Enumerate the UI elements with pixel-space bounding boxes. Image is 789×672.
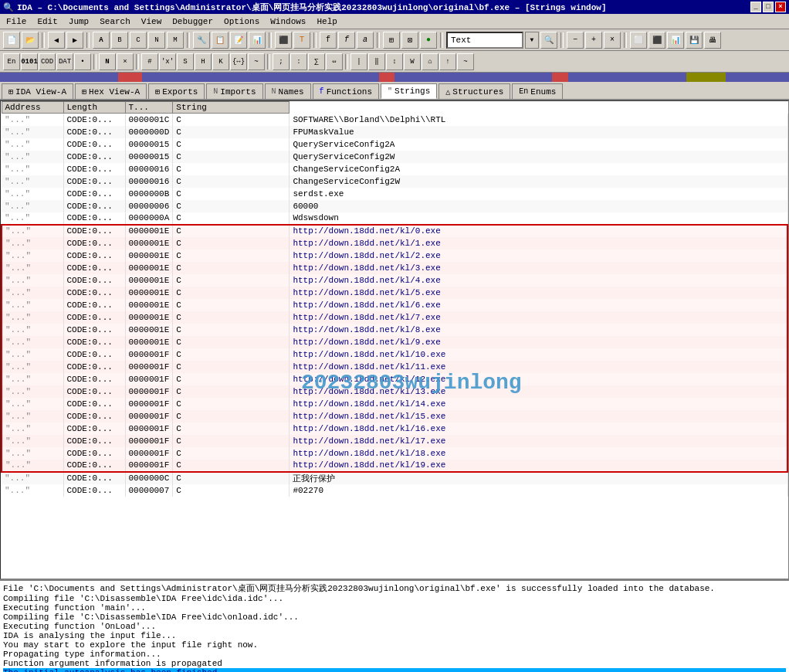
menu-debugger[interactable]: Debugger — [168, 15, 218, 28]
tb-btn-b[interactable]: B — [111, 32, 128, 49]
menu-help[interactable]: Help — [312, 15, 341, 28]
col-header-type[interactable]: T... — [125, 102, 173, 114]
tb-btn-p[interactable]: ⊠ — [401, 32, 418, 49]
table-row[interactable]: "..."CODE:0...0000001FChttp://down.18dd.… — [2, 398, 787, 410]
table-row[interactable]: "..."CODE:0...0000000CC正我行保护 — [2, 472, 787, 484]
tb-btn-r1[interactable]: ⬜ — [630, 32, 647, 49]
open-button[interactable]: 📂 — [22, 32, 39, 49]
minimize-button[interactable]: _ — [750, 2, 761, 12]
table-row[interactable]: "..."CODE:0...00000007C#02270 — [2, 484, 787, 497]
tb2-btn-g[interactable]: × — [117, 53, 134, 70]
tb-btn-c[interactable]: C — [130, 32, 147, 49]
tb-btn-q[interactable]: ● — [420, 32, 437, 49]
table-row[interactable]: "..."CODE:0...0000001EChttp://down.18dd.… — [2, 249, 787, 262]
table-row[interactable]: "..."CODE:0...00000016CChangeServiceConf… — [2, 163, 787, 175]
tab-exports[interactable]: ⊞ Exports — [148, 83, 205, 99]
tb2-btn-e[interactable]: • — [74, 53, 91, 70]
table-row[interactable]: "..."CODE:0...0000000BCserdst.exe — [2, 188, 787, 200]
tb-btn-a[interactable]: A — [93, 32, 110, 49]
tb-btn-e[interactable]: M — [167, 32, 184, 49]
tb2-btn-l[interactable]: K — [212, 53, 229, 70]
table-row[interactable]: "..."CODE:0...0000001FChttp://down.18dd.… — [2, 410, 787, 423]
tb-btn-k[interactable]: T — [293, 32, 310, 49]
table-row[interactable]: "..."CODE:0...0000001FChttp://down.18dd.… — [2, 447, 787, 460]
col-header-addr[interactable]: Address — [2, 102, 63, 114]
tb2-btn-y[interactable]: ~ — [457, 53, 474, 70]
tb-btn-j[interactable]: ⬛ — [275, 32, 292, 49]
table-row[interactable]: "..."CODE:0...0000001EChttp://down.18dd.… — [2, 237, 787, 249]
table-row[interactable]: "..."CODE:0...0000001EChttp://down.18dd.… — [2, 324, 787, 336]
tb2-btn-v[interactable]: W — [404, 53, 421, 70]
col-header-len[interactable]: Length — [63, 102, 125, 114]
search-type-dropdown[interactable]: Text — [446, 32, 523, 49]
tb-btn-d[interactable]: N — [148, 32, 165, 49]
tb-btn-search[interactable]: 🔍 — [540, 32, 557, 49]
tb2-btn-m[interactable]: {↔} — [230, 53, 247, 70]
table-row[interactable]: "..."CODE:0...00000006C60000 — [2, 200, 787, 212]
forward-button[interactable]: ▶ — [66, 32, 83, 49]
tb2-btn-c[interactable]: COD — [39, 53, 56, 70]
table-row[interactable]: "..."CODE:0...0000001FChttp://down.18dd.… — [2, 460, 787, 472]
tab-imports[interactable]: N Imports — [206, 83, 262, 99]
table-row[interactable]: "..."CODE:0...0000001EChttp://down.18dd.… — [2, 262, 787, 274]
tb2-btn-d[interactable]: DAT — [56, 53, 73, 70]
tb-btn-m[interactable]: f — [338, 32, 355, 49]
table-row[interactable]: "..."CODE:0...0000001EChttp://down.18dd.… — [2, 299, 787, 311]
tab-hex-view[interactable]: ⊞ Hex View-A — [75, 83, 147, 99]
tb2-btn-o[interactable]: ; — [273, 53, 290, 70]
new-button[interactable]: 📄 — [3, 32, 20, 49]
table-row[interactable]: "..."CODE:0...00000015CQueryServiceConfi… — [2, 138, 787, 151]
table-row[interactable]: "..."CODE:0...00000015CQueryServiceConfi… — [2, 151, 787, 163]
table-row[interactable]: "..."CODE:0...0000001EChttp://down.18dd.… — [2, 225, 787, 237]
table-row[interactable]: "..."CODE:0...0000001EChttp://down.18dd.… — [2, 274, 787, 287]
menu-options[interactable]: Options — [219, 15, 264, 28]
tb-btn-r5[interactable]: 🖶 — [704, 32, 721, 49]
search-type-dropdown-arrow[interactable]: ▼ — [525, 32, 539, 49]
tb2-btn-f[interactable]: N — [99, 53, 116, 70]
tb2-btn-p[interactable]: : — [290, 53, 307, 70]
table-row[interactable]: "..."CODE:0...0000000ACWdswsdown — [2, 212, 787, 225]
tab-strings[interactable]: " Strings — [381, 83, 437, 99]
tb-btn-g[interactable]: 📋 — [212, 32, 229, 49]
back-button[interactable]: ◀ — [48, 32, 65, 49]
tb2-btn-i[interactable]: 'x' — [159, 53, 176, 70]
tb-btn-f[interactable]: 🔧 — [193, 32, 210, 49]
menu-windows[interactable]: Windows — [266, 15, 310, 28]
table-row[interactable]: "..."CODE:0...0000000DCFPUMaskValue — [2, 126, 787, 138]
table-row[interactable]: "..."CODE:0...0000001FChttp://down.18dd.… — [2, 361, 787, 373]
tb-btn-cross[interactable]: × — [604, 32, 621, 49]
table-row[interactable]: "..."CODE:0...0000001CCSOFTWARE\\Borland… — [2, 114, 787, 126]
tb2-btn-n[interactable]: ~ — [248, 53, 265, 70]
tb2-btn-s[interactable]: | — [350, 53, 367, 70]
menu-file[interactable]: File — [2, 15, 31, 28]
tb2-btn-q[interactable]: ∑ — [308, 53, 325, 70]
tb2-btn-t[interactable]: ‖ — [368, 53, 385, 70]
close-button[interactable]: × — [775, 2, 786, 12]
tb-btn-n[interactable]: a — [357, 32, 374, 49]
strings-table[interactable]: Address Length T... String "..."CODE:0..… — [0, 100, 789, 579]
tb2-btn-h[interactable]: # — [141, 53, 158, 70]
tb2-btn-a[interactable]: En — [3, 53, 20, 70]
tb2-btn-w[interactable]: ⌂ — [422, 53, 439, 70]
table-row[interactable]: "..."CODE:0...0000001EChttp://down.18dd.… — [2, 336, 787, 348]
tb2-btn-r[interactable]: ⇔ — [326, 53, 343, 70]
table-row[interactable]: "..."CODE:0...00000016CChangeServiceConf… — [2, 175, 787, 188]
tab-ida-view[interactable]: ⊞ IDA View-A — [2, 83, 73, 99]
tb-btn-r3[interactable]: 📊 — [667, 32, 684, 49]
tb2-btn-j[interactable]: S — [177, 53, 194, 70]
table-row[interactable]: "..."CODE:0...0000001EChttp://down.18dd.… — [2, 311, 787, 324]
maximize-button[interactable]: □ — [763, 2, 774, 12]
table-row[interactable]: "..."CODE:0...0000001EChttp://down.18dd.… — [2, 287, 787, 299]
table-row[interactable]: "..."CODE:0...0000001FChttp://down.18dd.… — [2, 348, 787, 361]
tb-btn-o[interactable]: ⊞ — [383, 32, 400, 49]
tb-btn-r2[interactable]: ⬛ — [648, 32, 665, 49]
table-row[interactable]: "..."CODE:0...0000001FChttp://down.18dd.… — [2, 435, 787, 447]
menu-edit[interactable]: Edit — [32, 15, 62, 28]
tb-btn-r4[interactable]: 💾 — [686, 32, 703, 49]
table-row[interactable]: "..."CODE:0...0000001FChttp://down.18dd.… — [2, 373, 787, 385]
tb2-btn-b[interactable]: 0101 — [21, 53, 38, 70]
menu-view[interactable]: View — [137, 15, 166, 28]
table-row[interactable]: "..."CODE:0...0000001FChttp://down.18dd.… — [2, 423, 787, 435]
menu-jump[interactable]: Jump — [64, 15, 93, 28]
tb2-btn-k[interactable]: H — [195, 53, 212, 70]
